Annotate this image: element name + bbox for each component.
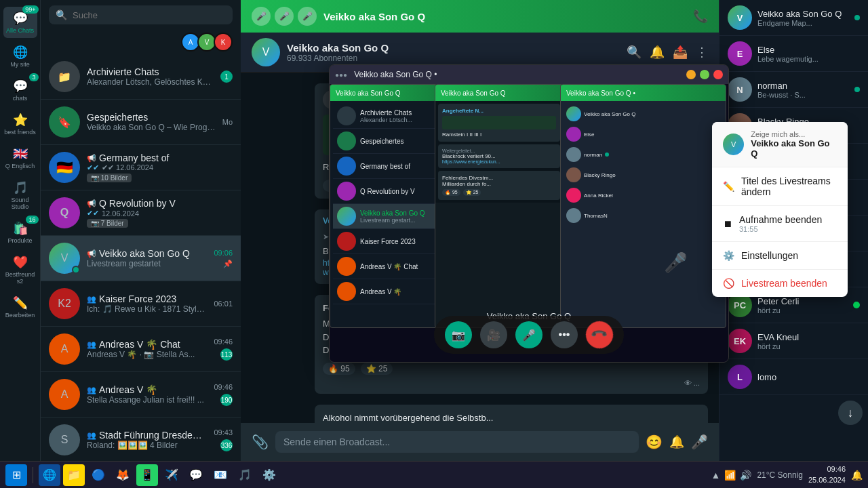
tray-network-icon[interactable]: 📶 <box>724 470 736 481</box>
chat-avatar-q-revolution: Q <box>49 197 80 228</box>
q-images-label: 📷 7 Bilder <box>87 219 128 228</box>
header-avatar-3: K <box>214 33 233 52</box>
taskbar-edge-icon[interactable]: 🌐 <box>39 464 60 486</box>
rp-avatar-eva: EK <box>728 329 752 353</box>
mini-header-1: Veikko aka Son Go Q <box>330 85 437 101</box>
rp-item-lomo[interactable]: L lomo <box>719 359 868 395</box>
ctx-item-beenden[interactable]: 🚫 Livestream beenden <box>712 270 848 297</box>
tray-up-arrow[interactable]: ▲ <box>711 470 721 481</box>
sidebar-item-bearbeiten[interactable]: ✏️ Bearbeiten <box>3 291 37 323</box>
start-button[interactable]: ⊞ <box>5 464 27 486</box>
video-window[interactable]: ●●● Veikko aka Son Go Q • Veikko aka Son… <box>329 64 729 363</box>
chat-avatar-archivierte: 📁 <box>49 61 80 92</box>
attach-icon[interactable]: 📎 <box>252 434 269 450</box>
tray-notification-icon[interactable]: 🔔 <box>851 470 863 481</box>
rp-avatar-veikko: V <box>728 5 752 30</box>
video-btn-camera[interactable]: 📷 <box>445 321 472 348</box>
rp-online-peter <box>853 302 860 308</box>
scroll-down-container: ↓ <box>719 395 868 430</box>
emoji-icon[interactable]: 😊 <box>646 434 663 450</box>
chat-item-germany[interactable]: 🇩🇪 📢 Germany best of ✔✔ ✔✔ 12.06.2024 📷 … <box>41 145 241 190</box>
chat-item-gespeichertes[interactable]: 🔖 Gespeichertes Veikko aka Son Go Q – Wi… <box>41 100 241 145</box>
ctx-settings-icon: ⚙️ <box>723 250 734 261</box>
search-channel-icon[interactable]: 🔍 <box>627 45 642 60</box>
mini-chat-8: Andreas V 🌴 <box>333 279 435 304</box>
rp-item-eva[interactable]: EK EVA Kneul hört zu <box>719 323 868 359</box>
channel-action-icons: 🔍 🔔 📤 ⋮ <box>627 45 708 60</box>
taskbar-date: 25.06.2024 <box>808 475 846 485</box>
chat-item-archivierte[interactable]: 📁 Archivierte Chats Alexander Lötsch, Ge… <box>41 54 241 100</box>
chat-avatar-kaiser: K2 <box>49 288 80 319</box>
rp-item-else[interactable]: E Else Lebe wagemutig... <box>719 36 868 72</box>
chat-avatar-andreas: A <box>49 333 80 365</box>
nested-screen-1: Veikko aka Son Go Q Archivierte Chats Al… <box>330 84 438 328</box>
ctx-item-title[interactable]: ✏️ Titel des Livestreams ändern <box>712 167 848 206</box>
mini-chat-2: Gespeichertes <box>333 129 435 154</box>
taskbar: ⊞ 🌐 📁 🔵 🦊 📱 ✈️ 💬 📧 🎵 ⚙️ ▲ 📶 🔊 21°C Sonni… <box>0 461 868 488</box>
taskbar-separator-1 <box>33 467 33 483</box>
taskbar-app-6[interactable]: 🎵 <box>234 464 256 486</box>
chat-item-q-revolution[interactable]: Q 📢 Q Revolution by V ✔✔ 12.06.2024 📷 7 … <box>41 190 241 236</box>
sidebar-item-bestfreund[interactable]: ❤️ Bestfreund s2 <box>3 251 37 289</box>
taskbar-whatsapp-icon[interactable]: 📱 <box>136 464 158 486</box>
sidebar-item-sound-studio[interactable]: 🎵 Sound Studio <box>3 176 37 214</box>
reaction-star-3[interactable]: ⭐ 25 <box>361 363 393 375</box>
maximize-button[interactable] <box>700 70 709 79</box>
more-channel-icon[interactable]: ⋮ <box>696 45 708 60</box>
ctx-item-aufnahme[interactable]: ⏹ Aufnahme beenden 31:55 <box>712 206 848 242</box>
all-chats-badge: 99+ <box>22 5 38 14</box>
chat-item-andreas-v2[interactable]: A 👥 Andreas V 🌴 Stella Assange Julian is… <box>41 372 241 418</box>
video-btn-end[interactable]: 📞 <box>580 316 619 354</box>
chat-avatar-andreas2: A <box>49 379 80 410</box>
system-tray: ▲ 📶 🔊 <box>711 470 752 481</box>
ctx-avatar: V <box>723 134 744 155</box>
reaction-fire-3[interactable]: 🔥 95 <box>323 363 355 375</box>
chat-item-andreas-v[interactable]: A 👥 Andreas V 🌴 Chat Andreas V 🌴 · 📷 Ste… <box>41 327 241 372</box>
rp-item-norman[interactable]: N norman Be-wusst · S... <box>719 72 868 108</box>
scroll-down-button[interactable]: ↓ <box>838 401 863 425</box>
post-meta-3: 👁 ... <box>323 379 700 387</box>
taskbar-telegram-icon[interactable]: ✈️ <box>161 464 182 486</box>
ctx-detail: 31:55 <box>739 225 837 233</box>
left-nav: 💬 Alle Chats 99+ 🌐 My site 💬 chats 3 ⭐ b… <box>0 0 41 461</box>
taskbar-right: ▲ 📶 🔊 21°C Sonnig 09:46 25.06.2024 🔔 <box>711 464 863 485</box>
broadcast-input[interactable] <box>275 431 639 453</box>
notify-input-icon[interactable]: 🔔 <box>669 434 684 449</box>
ctx-item-einstellungen[interactable]: ⚙️ Einstellungen <box>712 242 848 270</box>
taskbar-chrome-icon[interactable]: 🔵 <box>87 464 109 486</box>
close-video-button[interactable] <box>713 70 723 79</box>
taskbar-discord-icon[interactable]: 💬 <box>185 464 207 486</box>
taskbar-app-5[interactable]: 📧 <box>210 464 231 486</box>
ctx-header-label: Zeige mich als... <box>751 130 837 138</box>
notify-icon[interactable]: 🔔 <box>650 45 665 60</box>
minimize-button[interactable] <box>686 70 696 79</box>
tray-volume-icon[interactable]: 🔊 <box>740 470 751 481</box>
end-call-icon[interactable]: 📞 <box>693 9 708 24</box>
mini-member-4: Blacky Ringo <box>564 165 723 185</box>
sidebar-item-q-english[interactable]: 🇬🇧 Q Englisch <box>3 142 37 174</box>
chat-item-kaiser[interactable]: K2 👥 Kaiser Force 2023 Ich: 🎵 Rewe u Kik… <box>41 281 241 327</box>
chat-item-veikko[interactable]: V 📢 Veikko aka Son Go Q Livestream gesta… <box>41 236 241 281</box>
taskbar-file-icon[interactable]: 📁 <box>63 464 85 486</box>
mini-chat-7: Andreas V 🌴 Chat <box>333 254 435 279</box>
produkte-icon: 🛍️ <box>13 221 28 236</box>
share-icon[interactable]: 📤 <box>673 45 688 60</box>
mini-member-2: Else <box>564 124 723 144</box>
video-title-bar: ●●● Veikko aka Son Go Q • <box>330 65 728 84</box>
video-btn-more[interactable]: ••• <box>551 321 578 348</box>
rp-item-veikko[interactable]: V Veikko aka Son Go Q Endgame Map... <box>719 0 868 36</box>
chat-badge-archivierte: 1 <box>220 70 233 83</box>
search-input[interactable] <box>73 10 226 20</box>
taskbar-firefox-icon[interactable]: 🦊 <box>112 464 134 486</box>
video-btn-mic[interactable]: 🎤 <box>515 321 542 348</box>
center-mic-icon: 🎤 <box>664 251 688 274</box>
video-btn-video-off[interactable]: 🎥 <box>480 321 507 348</box>
sidebar-item-my-site[interactable]: 🌐 My site <box>3 41 37 72</box>
chat-item-stadt[interactable]: S 👥 Stadt Führung Dresden mit V Roland: … <box>41 418 241 461</box>
sidebar-item-best-friends[interactable]: ⭐ best friends <box>3 108 37 140</box>
rp-avatar-norman: N <box>728 77 752 102</box>
mic-input-icon[interactable]: 🎤 <box>691 434 708 450</box>
taskbar-app-7[interactable]: ⚙️ <box>258 464 280 486</box>
mini-post-1: Angeheftete N... Ramstein I II III I <box>438 104 560 142</box>
post-text-4: Alkohol nimmt vorübergehend die Selbstb.… <box>323 411 700 424</box>
